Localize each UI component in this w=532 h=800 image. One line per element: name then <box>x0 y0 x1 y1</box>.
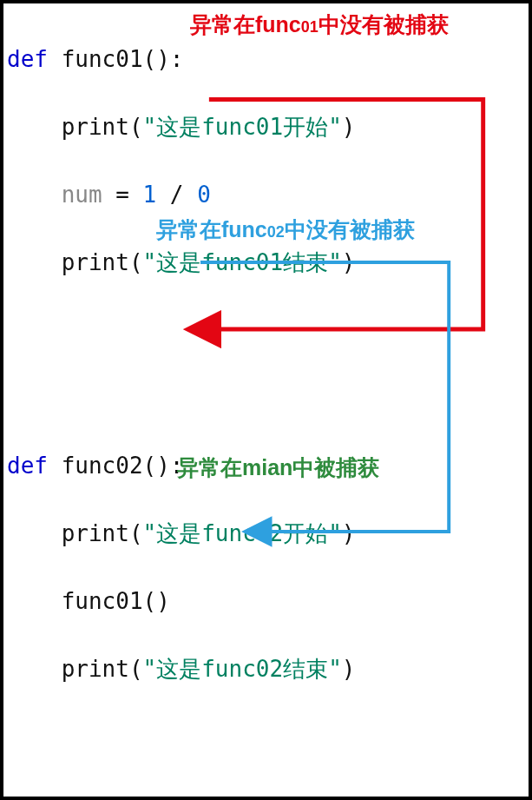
keyword-def: def <box>7 46 48 72</box>
keyword-def: def <box>7 453 48 479</box>
paren: ( <box>129 520 143 546</box>
annotation-text: 01 <box>301 18 319 36</box>
string: "这是func01结束" <box>143 249 342 275</box>
paren: ) <box>342 249 356 275</box>
paren: ( <box>129 114 143 140</box>
var-name: num <box>62 182 102 208</box>
operator: / <box>156 182 197 208</box>
indent <box>7 114 62 140</box>
annotation-text: 异常在func <box>156 217 267 241</box>
func-name: func02 <box>62 453 143 479</box>
operator: = <box>102 182 143 208</box>
annotation-text: 异常在func <box>190 12 301 36</box>
func-call: print <box>62 249 129 275</box>
annotation-blue: 异常在func02中没有被捕获 <box>156 215 415 244</box>
indent <box>7 588 62 614</box>
string: "这是func02结束" <box>143 656 342 682</box>
code-line-5 <box>7 314 525 347</box>
paren: ) <box>342 656 356 682</box>
code-block: def func01(): print("这是func01开始") num = … <box>3 3 529 800</box>
func-name: func01 <box>62 46 143 72</box>
code-line-1: def func01(): <box>7 43 525 76</box>
annotation-green: 异常在mian中被捕获 <box>177 453 379 482</box>
code-line-3: num = 1 / 0 <box>7 178 525 212</box>
annotation-text: 02 <box>267 223 285 241</box>
func-call: func01() <box>62 588 170 614</box>
paren: ( <box>129 249 143 275</box>
paren: (): <box>143 46 184 72</box>
code-line-4: print("这是func01结束") <box>7 246 525 280</box>
func-call: print <box>62 114 129 140</box>
annotation-text: 中没有被捕获 <box>285 217 415 241</box>
string: "这是func02开始" <box>143 520 342 546</box>
code-line-6 <box>7 381 525 415</box>
indent <box>7 656 62 682</box>
string: "这是func01开始" <box>143 114 342 140</box>
code-line-9: func01() <box>7 585 525 618</box>
indent <box>7 249 62 275</box>
paren: ) <box>342 520 356 546</box>
paren: ) <box>342 114 356 140</box>
annotation-red: 异常在func01中没有被捕获 <box>190 10 449 39</box>
number: 1 <box>143 182 157 208</box>
func-call: print <box>62 656 129 682</box>
func-call: print <box>62 520 129 546</box>
indent <box>7 182 62 208</box>
code-line-2: print("这是func01开始") <box>7 110 525 144</box>
indent <box>7 520 62 546</box>
annotation-text: 异常在mian中被捕获 <box>177 455 379 479</box>
code-line-8: print("这是func02开始") <box>7 517 525 551</box>
annotation-text: 中没有被捕获 <box>319 12 449 36</box>
paren: ( <box>129 656 143 682</box>
code-line-12 <box>7 788 525 800</box>
code-line-11 <box>7 720 525 754</box>
number: 0 <box>197 182 211 208</box>
code-line-10: print("这是func02结束") <box>7 652 525 686</box>
